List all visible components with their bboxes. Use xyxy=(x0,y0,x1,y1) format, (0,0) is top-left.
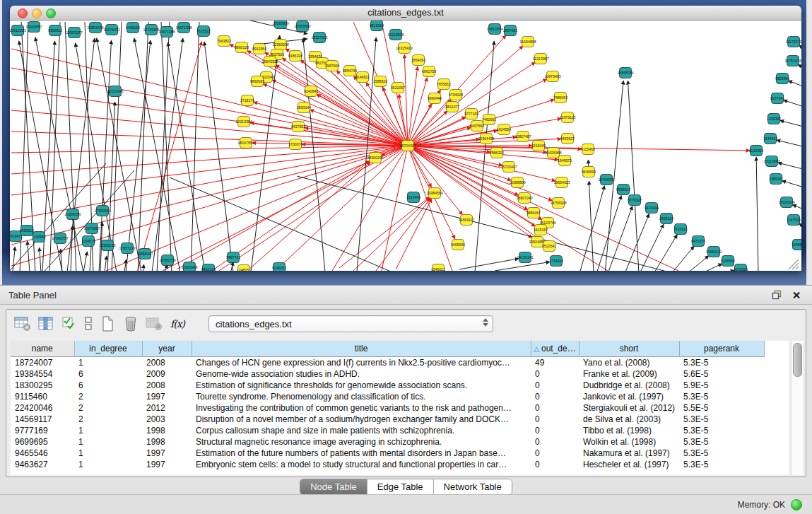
column-header-title[interactable]: title xyxy=(192,341,531,357)
graph-node[interactable]: 11173371 xyxy=(786,37,801,47)
graph-edge[interactable] xyxy=(654,235,677,271)
graph-node[interactable]: 1615152 xyxy=(534,225,548,235)
graph-edge[interactable] xyxy=(11,146,408,266)
graph-edge[interactable] xyxy=(408,66,418,146)
graph-node[interactable]: 2718176 xyxy=(240,95,254,106)
table-row[interactable]: 946554611997Estimation of the future num… xyxy=(11,448,764,459)
column-header-year[interactable]: year xyxy=(142,341,192,357)
graph-node[interactable]: 1154519 xyxy=(81,236,95,247)
graph-edge[interactable] xyxy=(276,146,408,271)
graph-edge[interactable] xyxy=(143,264,144,271)
table-row[interactable]: 946362711997Embryonic stem cells: a mode… xyxy=(11,459,764,470)
graph-edge[interactable] xyxy=(628,81,639,271)
tab-edge-table[interactable]: Edge Table xyxy=(367,479,434,494)
graph-node[interactable]: 8912954 xyxy=(252,44,266,54)
graph-edge[interactable] xyxy=(408,146,555,181)
graph-node[interactable]: 2967608 xyxy=(325,61,339,71)
table-row[interactable]: 1872400712008Changes of HCN gene express… xyxy=(11,357,764,369)
graph-edge[interactable] xyxy=(310,110,408,146)
graph-node[interactable]: 18300295 xyxy=(367,153,383,163)
graph-node[interactable]: 16782759 xyxy=(159,255,175,266)
select-all-checks-icon[interactable] xyxy=(60,315,78,333)
graph-node[interactable]: 1209382 xyxy=(767,114,781,124)
graph-edge[interactable] xyxy=(76,43,117,271)
graph-node[interactable]: 14569117 xyxy=(459,215,475,226)
graph-node[interactable]: 1700676 xyxy=(288,139,302,150)
graph-edge[interactable] xyxy=(161,22,172,271)
graph-edge[interactable] xyxy=(204,42,233,271)
graph-edge[interactable] xyxy=(276,65,408,146)
graph-node[interactable]: 8860128 xyxy=(235,42,249,53)
graph-node[interactable]: 9699695 xyxy=(582,167,596,177)
graph-node[interactable]: 2935114 xyxy=(659,214,673,224)
graph-node[interactable]: 6961758 xyxy=(422,66,436,77)
table-select-dropdown[interactable]: citations_edges.txt xyxy=(208,315,493,332)
graph-edge[interactable] xyxy=(105,256,107,271)
graph-edge[interactable] xyxy=(332,146,408,271)
graph-node[interactable]: 18357223 xyxy=(311,33,327,43)
graph-node[interactable]: 9227341 xyxy=(770,93,784,104)
graph-node[interactable]: 1821077 xyxy=(445,102,459,112)
graph-node[interactable]: 2522541 xyxy=(542,241,556,252)
graph-node[interactable]: 8471676 xyxy=(691,236,705,247)
graph-edge[interactable] xyxy=(376,198,431,271)
graph-node[interactable]: 9777169 xyxy=(464,109,478,119)
graph-edge[interactable] xyxy=(65,22,76,271)
table-row[interactable]: 1456911722003Disruption of a novel membe… xyxy=(11,414,764,425)
graph-edge[interactable] xyxy=(671,246,694,271)
graph-node[interactable]: 10719155 xyxy=(143,25,159,35)
table-row[interactable]: 1830029562008Estimation of significance … xyxy=(11,380,764,391)
graph-node[interactable]: 10975857 xyxy=(83,223,100,234)
graph-edge[interactable] xyxy=(495,262,550,271)
graph-node[interactable]: 6879197 xyxy=(628,195,642,206)
graph-edge[interactable] xyxy=(715,270,734,271)
graph-node[interactable]: 17342737 xyxy=(52,233,68,244)
table-panel-header[interactable]: Table Panel ✕ xyxy=(0,286,812,305)
graph-edge[interactable] xyxy=(28,241,30,271)
graph-node[interactable]: 10973493 xyxy=(544,71,560,82)
graph-node[interactable]: 6794028 xyxy=(449,90,463,100)
function-fx-icon[interactable]: f(x) xyxy=(168,315,187,333)
graph-node[interactable]: 1624554 xyxy=(497,124,511,135)
graph-edge[interactable] xyxy=(780,120,801,128)
graph-edge[interactable] xyxy=(336,71,408,146)
graph-node[interactable]: 10553287 xyxy=(66,28,82,38)
graph-edge[interactable] xyxy=(792,204,801,211)
graph-node[interactable]: 19958167 xyxy=(136,249,153,259)
graph-node[interactable]: 1513445 xyxy=(406,192,420,203)
graph-node[interactable]: 16848784 xyxy=(617,68,633,78)
graph-node[interactable]: 19756928 xyxy=(550,198,566,209)
graph-node[interactable]: 10654112 xyxy=(706,247,722,257)
graph-node[interactable]: 12505135 xyxy=(99,240,115,251)
graph-node[interactable]: 16543912 xyxy=(261,57,278,67)
graph-node[interactable]: 9245652 xyxy=(721,256,735,267)
graph-node[interactable]: 2803144 xyxy=(297,103,311,113)
graph-node[interactable]: 7485063 xyxy=(553,93,567,103)
graph-node[interactable]: 1864093 xyxy=(411,55,425,66)
rows-icon[interactable] xyxy=(83,315,93,333)
graph-node[interactable]: 8938923 xyxy=(616,185,630,195)
resize-grip-icon[interactable] xyxy=(789,259,799,269)
node-table[interactable]: namein_degreeyeartitle△out_de…shortpager… xyxy=(11,341,789,475)
graph-node[interactable]: 7886322 xyxy=(490,148,504,158)
graph-node[interactable]: 12975115 xyxy=(560,112,576,123)
tab-network-table[interactable]: Network Table xyxy=(434,479,512,494)
graph-edge[interactable] xyxy=(134,38,180,271)
column-edit-icon[interactable] xyxy=(37,315,55,333)
table-row[interactable]: 2242004622012Investigating the contribut… xyxy=(11,402,764,414)
new-document-icon[interactable] xyxy=(98,315,117,333)
column-header-out_de…[interactable]: △out_de… xyxy=(531,341,579,357)
network-canvas[interactable]: 2061025315040557935081210553287208914061… xyxy=(10,21,801,271)
graph-edge[interactable] xyxy=(247,162,370,271)
graph-node[interactable]: 16210643 xyxy=(763,156,779,167)
graph-node[interactable]: 15751074 xyxy=(784,56,801,66)
graph-node[interactable]: 1989297 xyxy=(769,174,783,185)
graph-edge[interactable] xyxy=(97,38,141,271)
graph-edge[interactable] xyxy=(177,160,370,269)
graph-edge[interactable] xyxy=(608,206,632,271)
network-window-titlebar[interactable]: citations_edges.txt xyxy=(10,6,801,21)
graph-node[interactable]: 19384554 xyxy=(426,188,442,199)
graph-node[interactable]: 2887682 xyxy=(503,25,517,36)
graph-edge[interactable] xyxy=(157,22,170,271)
graph-node[interactable]: 9884067 xyxy=(526,208,541,218)
